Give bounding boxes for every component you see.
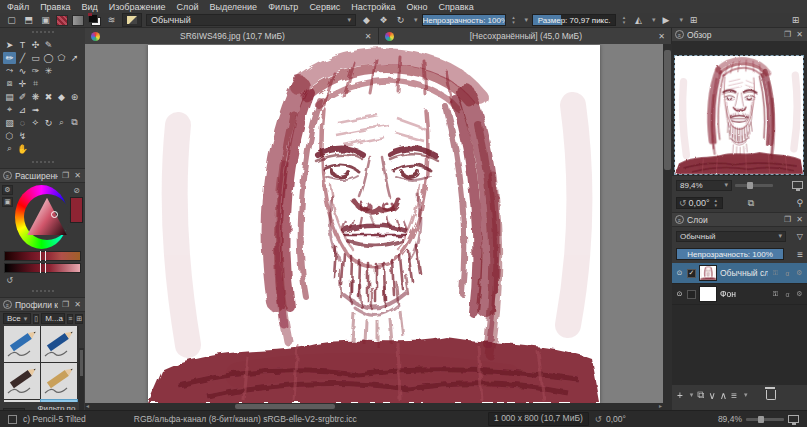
reference-images-tool[interactable]: ➟ [29, 104, 42, 116]
gradient-tool[interactable]: ▤ [3, 91, 16, 103]
float-docker-icon[interactable]: ❐ [61, 300, 70, 309]
chevron-down-icon[interactable]: ▾ [525, 16, 529, 24]
scroll-left-icon[interactable]: ◂ [86, 403, 89, 410]
layer-options-icon[interactable]: ≡ [797, 249, 803, 260]
tag-filter-combo[interactable]: Все ▾ [3, 313, 31, 324]
bezier-select-tool[interactable]: ⧉ [68, 117, 81, 129]
fill-tool[interactable]: ◆ [55, 91, 68, 103]
wrap-around-icon[interactable]: ⊞ [687, 14, 700, 26]
close-icon[interactable]: ✕ [795, 30, 804, 39]
smart-patch-tool[interactable]: ✖ [42, 91, 55, 103]
size-spinner[interactable]: ▴▾ [620, 14, 628, 26]
ellipse-select-tool[interactable]: ◌ [16, 117, 29, 129]
layer-gear-icon[interactable]: ⚙ [795, 269, 804, 277]
menu-item[interactable]: Фильтр [268, 2, 298, 12]
vertical-scroll-thumb[interactable] [664, 50, 671, 170]
gradient-swatch[interactable] [72, 15, 84, 26]
assistants-tool[interactable]: ⌖ [3, 104, 16, 116]
visibility-eye-icon[interactable]: ⊙ [675, 269, 684, 277]
duplicate-layer-button[interactable]: ⧉ [697, 389, 704, 401]
filter-layers-icon[interactable]: ▽ [797, 232, 803, 241]
shade-gradient-strip[interactable] [4, 263, 81, 273]
docker-lock-icon[interactable]: ≡ [675, 30, 684, 39]
docker-lock-icon[interactable]: ≡ [675, 215, 684, 224]
patch-tool[interactable]: ❋ [29, 91, 42, 103]
crop-tool[interactable]: ⌗ [29, 78, 42, 90]
alpha-lock-icon[interactable]: α [783, 291, 792, 298]
rotation-icon[interactable]: ↺ [595, 414, 602, 424]
foreground-background-colors[interactable] [88, 14, 101, 26]
brush-preset-tile[interactable] [41, 363, 77, 399]
pattern-swatch[interactable] [56, 15, 68, 26]
menu-item[interactable]: Выделение [209, 2, 257, 12]
color-sampler-tool[interactable]: ✐ [16, 91, 29, 103]
canvas-artwork[interactable] [148, 45, 600, 403]
polygon-select-tool[interactable]: ⬡ [3, 130, 16, 142]
brush-preset-tile[interactable] [4, 400, 40, 402]
zoom-combo[interactable]: 89,4% ▾ [676, 180, 732, 191]
brush-preset-combo[interactable]: Обычный ▾ [146, 14, 356, 26]
reset-history-icon[interactable]: ↺ [4, 275, 15, 285]
docker-lock-icon[interactable]: ≡ [3, 300, 12, 309]
chevron-down-icon[interactable]: ▾ [414, 16, 418, 24]
pin-icon[interactable]: ⚲ [796, 198, 803, 208]
select-shapes-tool[interactable]: ➤ [3, 39, 16, 51]
opacity-slider[interactable]: Непрозрачность: 100% [422, 14, 506, 26]
new-document-icon[interactable]: ▢ [5, 14, 18, 26]
lock-icon[interactable]: ⚿ [771, 269, 780, 277]
zoom-slider[interactable] [735, 184, 773, 187]
document-tab[interactable]: [Несохранённый] (45,0 МиБ) ✕ [379, 28, 673, 44]
rectangle-tool[interactable]: ▭ [29, 52, 42, 64]
float-docker-icon[interactable]: ❐ [783, 30, 792, 39]
polygon-tool[interactable]: ⬠ [55, 52, 68, 64]
shade-display-icon[interactable]: ▣ [2, 197, 13, 207]
color-settings-icon[interactable]: ⚙ [2, 185, 13, 195]
open-document-icon[interactable]: ⬒ [22, 14, 35, 26]
add-layer-button[interactable]: + [677, 390, 683, 401]
bezier-curve-tool[interactable]: ⤳ [3, 65, 16, 77]
canvas-area[interactable]: ◂ ▸ [85, 44, 663, 410]
preserve-alpha-icon[interactable]: ❖ [377, 14, 390, 26]
opacity-spinner[interactable]: ▴▾ [510, 14, 518, 26]
close-icon[interactable]: ✕ [795, 215, 804, 224]
menu-item[interactable]: Изображение [109, 2, 166, 12]
menu-item[interactable]: Сервис [309, 2, 340, 12]
save-document-icon[interactable]: ▣ [39, 14, 52, 26]
view-mode-button[interactable]: М...а [41, 313, 65, 324]
layer-checkbox[interactable] [687, 290, 696, 299]
transform-tool[interactable]: ⧈ [3, 78, 16, 90]
layer-row-background[interactable]: ⊙ Фон ⚿ α ⚙ [672, 284, 807, 305]
status-zoom-slider[interactable] [746, 418, 784, 421]
horizontal-scroll-thumb[interactable] [235, 404, 335, 409]
alpha-lock-icon[interactable]: α [783, 270, 792, 277]
float-docker-icon[interactable]: ❐ [783, 215, 792, 224]
line-tool[interactable]: ╱ [16, 52, 29, 64]
layer-checkbox[interactable]: ✓ [687, 269, 696, 278]
freehand-path-tool[interactable]: ∿ [16, 65, 29, 77]
delete-layer-button[interactable] [766, 390, 776, 400]
toolbox-drag-handle[interactable] [32, 31, 54, 36]
polyline-tool[interactable]: ➚ [68, 52, 81, 64]
fit-screen-icon[interactable] [788, 415, 799, 423]
chevron-down-icon[interactable]: ▾ [690, 391, 694, 399]
layer-properties-button[interactable]: ≡ [731, 390, 737, 401]
vertical-scrollbar[interactable] [663, 44, 672, 410]
gradient-icon[interactable]: ≋ [105, 14, 118, 26]
text-tool[interactable]: T [16, 39, 29, 51]
color-wheel[interactable] [15, 185, 68, 249]
similar-select-tool[interactable]: ⌕ [55, 117, 68, 129]
edit-shapes-tool[interactable]: ✣ [29, 39, 42, 51]
size-slider[interactable]: Размер: 70,97 пикс. [532, 14, 616, 26]
close-icon[interactable]: ✕ [365, 32, 372, 41]
layer-row-paint[interactable]: ⊙ ✓ Обычный слой 1 ⚿ α ⚙ [672, 263, 807, 284]
brush-docker-drag-handle[interactable] [32, 290, 54, 295]
fit-to-view-icon[interactable] [792, 181, 803, 189]
choose-workspace-icon[interactable]: ⊞ [789, 14, 802, 26]
freehand-select-tool[interactable]: ⟡ [29, 117, 42, 129]
move-layer-down-button[interactable]: ∨ [709, 390, 716, 401]
menu-item[interactable]: Слой [177, 2, 199, 12]
menu-item[interactable]: Окно [407, 2, 428, 12]
brush-preset-icon[interactable] [122, 13, 142, 27]
multibrush-tool[interactable]: ✳ [42, 65, 55, 77]
freehand-brush-tool[interactable]: ✏ [3, 52, 16, 64]
